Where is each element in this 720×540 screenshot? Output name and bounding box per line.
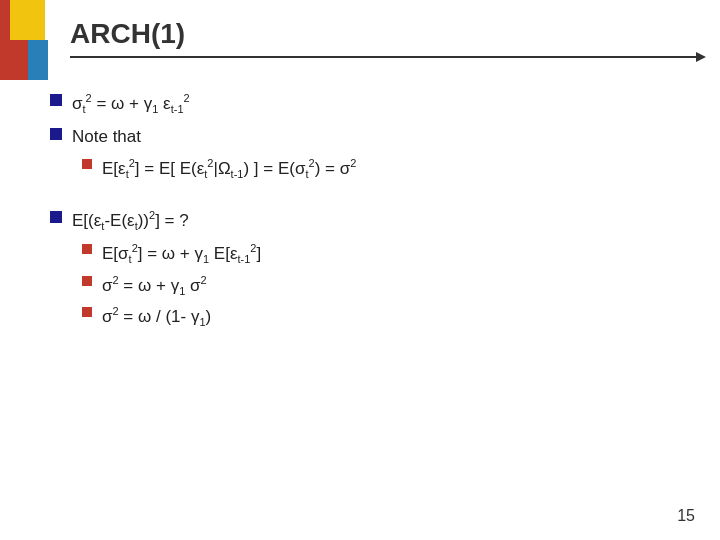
bullet-icon-3 xyxy=(50,211,62,223)
decorative-blocks xyxy=(0,0,60,80)
sub-bullet-text-1: E[εt2] = E[ E(εt2|Ωt-1) ] = E(σt2) = σ2 xyxy=(102,155,356,183)
bullet-text-1: σt2 = ω + γ1 εt-12 xyxy=(72,90,190,118)
sub-bullet-item-1: E[εt2] = E[ E(εt2|Ωt-1) ] = E(σt2) = σ2 xyxy=(82,155,690,183)
page-title: ARCH(1) xyxy=(70,18,700,50)
sub-bullet-item-3: σ2 = ω + γ1 σ2 xyxy=(82,272,690,300)
page-number: 15 xyxy=(677,507,695,525)
sub-bullet-text-2: E[σt2] = ω + γ1 E[εt-12] xyxy=(102,240,261,268)
sub-bullet-icon-1 xyxy=(82,159,92,169)
deco-yellow-block xyxy=(10,0,45,40)
bullet-item-3: E[(εt-E(εt))2] = ? xyxy=(50,207,690,235)
section-gap xyxy=(50,187,690,207)
sub-bullet-text-3: σ2 = ω + γ1 σ2 xyxy=(102,272,207,300)
bullet-icon-1 xyxy=(50,94,62,106)
title-area: ARCH(1) xyxy=(70,18,700,58)
deco-blue-block xyxy=(28,40,48,80)
title-line xyxy=(70,56,700,58)
sub-bullet-text-4: σ2 = ω / (1- γ1) xyxy=(102,303,211,331)
sub-bullet-item-2: E[σt2] = ω + γ1 E[εt-12] xyxy=(82,240,690,268)
sub-bullet-item-4: σ2 = ω / (1- γ1) xyxy=(82,303,690,331)
bullet-item-2: Note that xyxy=(50,124,690,150)
main-content: σt2 = ω + γ1 εt-12 Note that E[εt2] = E[… xyxy=(50,90,690,335)
sub-bullet-icon-2 xyxy=(82,244,92,254)
sub-bullet-icon-3 xyxy=(82,276,92,286)
sub-bullet-icon-4 xyxy=(82,307,92,317)
bullet-text-2: Note that xyxy=(72,124,141,150)
bullet-text-3: E[(εt-E(εt))2] = ? xyxy=(72,207,189,235)
title-divider xyxy=(70,56,700,58)
bullet-item-1: σt2 = ω + γ1 εt-12 xyxy=(50,90,690,118)
bullet-icon-2 xyxy=(50,128,62,140)
